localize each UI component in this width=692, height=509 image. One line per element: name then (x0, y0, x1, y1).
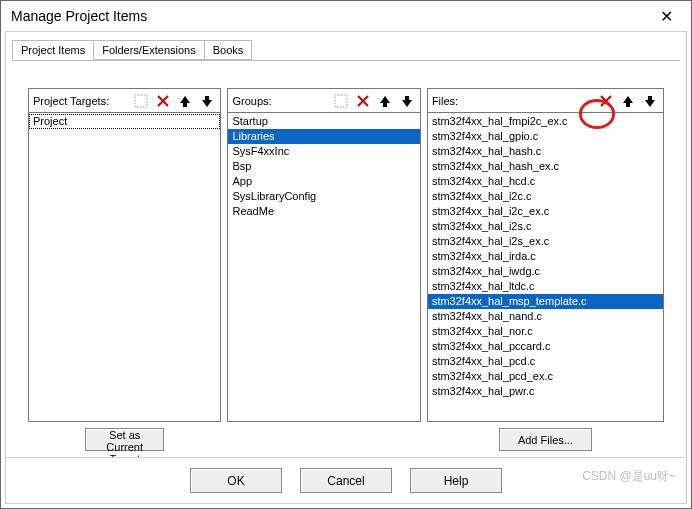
list-item[interactable]: stm32f4xx_hal_irda.c (428, 249, 663, 264)
tab-strip: Project Items Folders/Extensions Books (6, 32, 686, 60)
tab-project-items[interactable]: Project Items (12, 40, 94, 60)
list-item[interactable]: Project (29, 114, 220, 129)
list-item[interactable]: stm32f4xx_hal_nor.c (428, 324, 663, 339)
list-item[interactable]: stm32f4xx_hal_hash.c (428, 144, 663, 159)
column-files: Files: stm32f4xx_hal_fmpi2c_ex.cstm32f4x… (427, 88, 664, 451)
add-files-button[interactable]: Add Files... (499, 428, 593, 451)
list-item[interactable]: stm32f4xx_hal_pcd_ex.c (428, 369, 663, 384)
list-item[interactable]: stm32f4xx_hal_nand.c (428, 309, 663, 324)
list-item[interactable]: stm32f4xx_hal_i2c.c (428, 189, 663, 204)
files-label: Files: (432, 95, 595, 107)
list-item[interactable]: Libraries (228, 129, 419, 144)
window-title: Manage Project Items (11, 8, 651, 24)
list-item[interactable]: stm32f4xx_hal_iwdg.c (428, 264, 663, 279)
list-item[interactable]: stm32f4xx_hal_ltdc.c (428, 279, 663, 294)
tab-panel: Project Targets: Project Set as Current … (6, 60, 686, 457)
column-groups: Groups: StartupLibrariesSysF4xxIncBspApp… (227, 88, 420, 451)
move-down-icon[interactable] (396, 91, 418, 111)
new-icon[interactable] (130, 91, 152, 111)
groups-listbox[interactable]: StartupLibrariesSysF4xxIncBspAppSysLibra… (227, 112, 420, 422)
move-down-icon[interactable] (196, 91, 218, 111)
groups-label: Groups: (232, 95, 329, 107)
list-item[interactable]: stm32f4xx_hal_gpio.c (428, 129, 663, 144)
content-frame: Project Items Folders/Extensions Books P… (5, 31, 687, 504)
dialog-manage-project-items: Manage Project Items ✕ Project Items Fol… (0, 0, 692, 509)
delete-icon[interactable] (152, 91, 174, 111)
list-item[interactable]: App (228, 174, 419, 189)
list-item[interactable]: stm32f4xx_hal_hash_ex.c (428, 159, 663, 174)
list-item[interactable]: stm32f4xx_hal_fmpi2c_ex.c (428, 114, 663, 129)
list-item[interactable]: stm32f4xx_hal_msp_template.c (428, 294, 663, 309)
move-up-icon[interactable] (374, 91, 396, 111)
list-item[interactable]: SysF4xxInc (228, 144, 419, 159)
list-item[interactable]: stm32f4xx_hal_pwr.c (428, 384, 663, 399)
titlebar: Manage Project Items ✕ (1, 1, 691, 31)
column-project-targets: Project Targets: Project Set as Current … (28, 88, 221, 451)
cancel-button[interactable]: Cancel (300, 468, 392, 493)
ok-button[interactable]: OK (190, 468, 282, 493)
list-item[interactable]: SysLibraryConfig (228, 189, 419, 204)
new-icon[interactable] (330, 91, 352, 111)
svg-rect-0 (135, 95, 147, 107)
window-close-button[interactable]: ✕ (651, 7, 681, 26)
list-item[interactable]: ReadMe (228, 204, 419, 219)
move-up-icon[interactable] (617, 91, 639, 111)
list-item[interactable]: stm32f4xx_hal_pccard.c (428, 339, 663, 354)
tab-books[interactable]: Books (204, 40, 253, 60)
watermark: CSDN @是uu呀~ (582, 468, 676, 485)
move-down-icon[interactable] (639, 91, 661, 111)
targets-label: Project Targets: (33, 95, 130, 107)
delete-icon[interactable] (352, 91, 374, 111)
list-item[interactable]: stm32f4xx_hal_i2s_ex.c (428, 234, 663, 249)
list-item[interactable]: stm32f4xx_hal_hcd.c (428, 174, 663, 189)
list-item[interactable]: Startup (228, 114, 419, 129)
svg-rect-3 (335, 95, 347, 107)
list-item[interactable]: stm32f4xx_hal_i2s.c (428, 219, 663, 234)
delete-icon[interactable] (595, 91, 617, 111)
list-item[interactable]: stm32f4xx_hal_i2c_ex.c (428, 204, 663, 219)
help-button[interactable]: Help (410, 468, 502, 493)
dialog-footer: OK Cancel Help CSDN @是uu呀~ (6, 457, 686, 503)
tab-folders-extensions[interactable]: Folders/Extensions (93, 40, 205, 60)
move-up-icon[interactable] (174, 91, 196, 111)
list-item[interactable]: stm32f4xx_hal_pcd.c (428, 354, 663, 369)
files-listbox[interactable]: stm32f4xx_hal_fmpi2c_ex.cstm32f4xx_hal_g… (427, 112, 664, 422)
list-item[interactable]: Bsp (228, 159, 419, 174)
set-as-current-target-button[interactable]: Set as Current Target (85, 428, 164, 451)
targets-listbox[interactable]: Project (28, 112, 221, 422)
